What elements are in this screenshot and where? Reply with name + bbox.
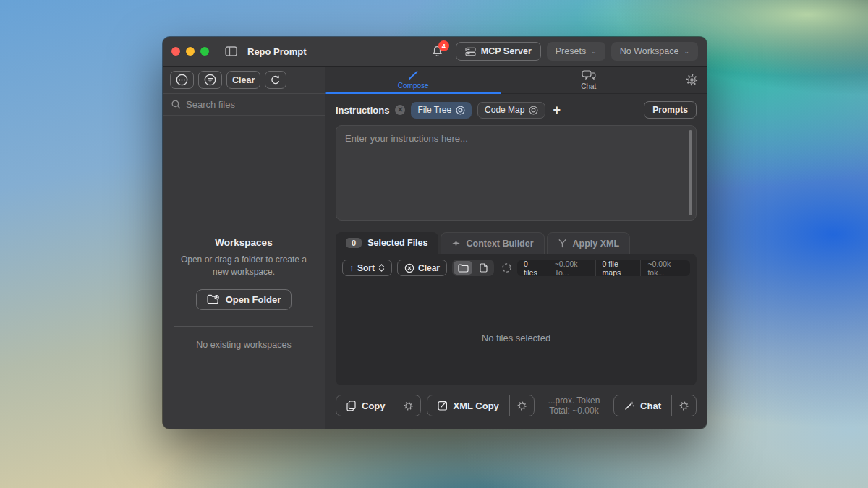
selected-files-label: Selected Files	[367, 238, 427, 248]
chat-button-main: Chat	[614, 395, 671, 416]
files-tabs: 0 Selected Files Context Builder Apply X…	[336, 232, 697, 254]
xml-copy-settings-button[interactable]	[509, 395, 534, 416]
copy-icon	[346, 401, 356, 411]
sidebar-toggle-icon[interactable]	[225, 46, 237, 56]
instructions-textarea[interactable]: Enter your instructions here...	[336, 125, 697, 221]
copy-label: Copy	[362, 401, 386, 411]
workspaces-description: Open or drag a folder to create a new wo…	[174, 254, 313, 279]
workspaces-divider	[174, 326, 313, 327]
copy-button[interactable]: Copy	[336, 395, 421, 416]
circle-ellipsis-icon	[176, 74, 188, 86]
sidebar-refresh-button[interactable]	[265, 71, 286, 89]
workspaces-heading: Workspaces	[174, 237, 313, 248]
sync-icon	[501, 262, 512, 273]
titlebar: Repo Prompt 4 MCP Server Presets ⌄ No Wo…	[163, 37, 707, 67]
view-mode-segmented-control	[452, 260, 494, 276]
tab-compose[interactable]: Compose	[326, 67, 501, 93]
tab-apply-xml[interactable]: Apply XML	[547, 232, 631, 254]
workspace-dropdown[interactable]: No Workspace ⌄	[611, 42, 698, 61]
sidebar-toolbar: Clear	[163, 67, 325, 94]
prompts-button[interactable]: Prompts	[644, 101, 697, 119]
sidebar-clear-button[interactable]: Clear	[226, 71, 260, 89]
search-files-input[interactable]: Search files	[163, 94, 325, 116]
copy-button-main: Copy	[336, 395, 396, 416]
magic-wand-icon	[624, 401, 634, 411]
footer-bar: Copy XML Copy	[336, 395, 697, 416]
sidebar: Clear Search files Workspaces Open or dr…	[163, 67, 326, 429]
stat-file-maps: 0 file maps	[595, 260, 641, 276]
remove-instructions-icon[interactable]: ✕	[395, 105, 405, 115]
sort-label: Sort	[357, 263, 375, 273]
close-window-button[interactable]	[171, 47, 180, 56]
workspaces-empty-text: No existing workspaces	[174, 340, 313, 350]
more-options-button[interactable]	[170, 71, 194, 89]
gear-icon	[686, 74, 698, 86]
copy-settings-button[interactable]	[396, 395, 420, 416]
mcp-server-button[interactable]: MCP Server	[456, 42, 541, 61]
chip-code-map[interactable]: Code Map	[477, 102, 545, 119]
branch-merge-icon	[558, 239, 567, 248]
xml-copy-label: XML Copy	[454, 401, 499, 411]
repo-prompt-window: Repo Prompt 4 MCP Server Presets ⌄ No Wo…	[163, 37, 707, 429]
sort-button[interactable]: ↑ Sort	[342, 260, 392, 276]
add-chip-button[interactable]: +	[553, 103, 561, 116]
refresh-icon	[271, 74, 281, 85]
file-view-button[interactable]	[474, 261, 493, 275]
chat-bubbles-icon	[582, 70, 596, 80]
open-folder-label: Open Folder	[226, 294, 281, 305]
instructions-header: Instructions ✕ File Tree Code Map + Pro	[336, 101, 697, 119]
pencil-square-icon	[438, 401, 448, 411]
presets-dropdown[interactable]: Presets ⌄	[547, 42, 605, 61]
context-builder-label: Context Builder	[467, 239, 534, 249]
refresh-files-button[interactable]	[501, 262, 512, 273]
main-content: Compose Chat Instructions ✕	[326, 67, 707, 429]
chevron-down-icon: ⌄	[591, 48, 597, 55]
workspaces-section: Workspaces Open or drag a folder to crea…	[163, 237, 325, 350]
chat-label: Chat	[640, 401, 661, 411]
instructions-placeholder: Enter your instructions here...	[345, 133, 687, 144]
open-folder-button[interactable]: Open Folder	[196, 289, 292, 310]
search-icon	[171, 100, 181, 109]
folder-view-button[interactable]	[454, 261, 472, 275]
folder-plus-icon	[207, 294, 220, 304]
tab-selected-files[interactable]: 0 Selected Files	[336, 232, 438, 254]
search-placeholder: Search files	[186, 99, 235, 110]
chat-settings-button[interactable]	[671, 395, 696, 416]
chip-code-map-label: Code Map	[485, 105, 524, 115]
no-files-message: No files selected	[336, 276, 697, 385]
traffic-lights	[171, 47, 209, 56]
textarea-scrollbar[interactable]	[689, 130, 692, 215]
zoom-window-button[interactable]	[200, 47, 209, 56]
chevron-up-down-icon	[378, 263, 385, 273]
server-icon	[465, 47, 476, 56]
tab-context-builder[interactable]: Context Builder	[441, 232, 545, 254]
gear-icon	[679, 401, 689, 411]
filter-button[interactable]	[198, 71, 222, 89]
window-title: Repo Prompt	[247, 46, 307, 57]
clear-files-label: Clear	[418, 263, 440, 273]
sidebar-clear-label: Clear	[232, 75, 255, 85]
stat-files: 0 files	[517, 260, 548, 276]
circle-filter-icon	[204, 74, 216, 86]
chat-button[interactable]: Chat	[613, 395, 697, 416]
tab-chat[interactable]: Chat	[501, 67, 677, 93]
main-tabbar: Compose Chat	[326, 67, 707, 94]
files-stats: 0 files ~0.00k To... 0 file maps ~0.00k …	[517, 260, 690, 276]
notification-badge: 4	[438, 40, 449, 51]
chip-file-tree[interactable]: File Tree	[411, 102, 472, 119]
gear-icon	[404, 401, 413, 411]
notifications-button[interactable]: 4	[432, 46, 443, 57]
clear-files-button[interactable]: Clear	[397, 260, 447, 276]
chevron-down-icon: ⌄	[684, 48, 689, 55]
minimize-window-button[interactable]	[186, 47, 195, 56]
x-circle-icon	[404, 263, 414, 273]
prompts-label: Prompts	[652, 105, 688, 115]
token-total-text: ...prox. Token Total: ~0.00k	[540, 395, 608, 416]
apply-xml-label: Apply XML	[573, 239, 620, 249]
settings-button[interactable]	[676, 67, 707, 93]
xml-copy-button[interactable]: XML Copy	[427, 395, 535, 416]
instructions-label: Instructions	[336, 105, 389, 116]
mcp-server-label: MCP Server	[481, 46, 532, 56]
xml-copy-button-main: XML Copy	[427, 395, 509, 416]
pencil-icon	[407, 71, 419, 80]
